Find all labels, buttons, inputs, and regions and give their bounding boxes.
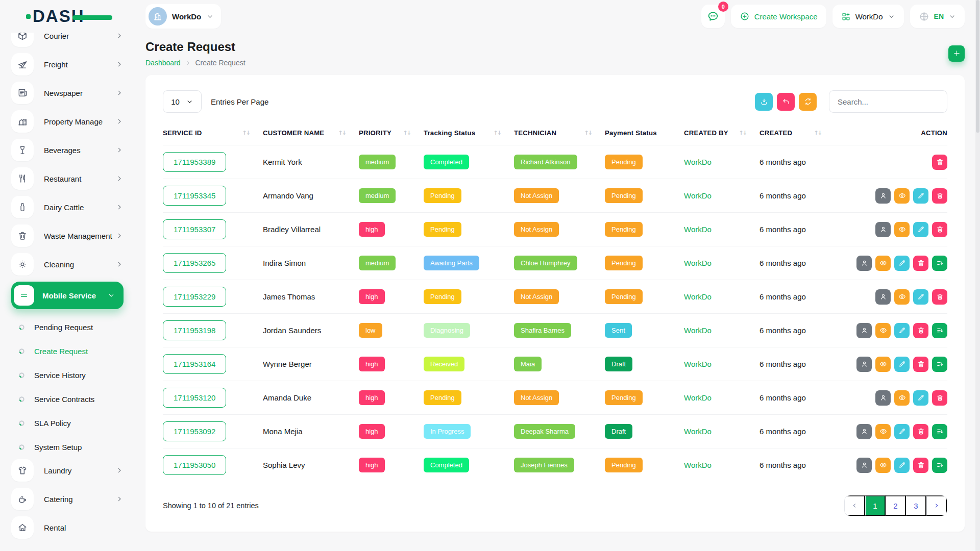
delete-button[interactable] (913, 256, 928, 271)
view-button[interactable] (875, 458, 891, 473)
sidebar-subitem-service-contracts[interactable]: Service Contracts (11, 387, 124, 411)
sidebar-item-property-manage[interactable]: Property Manage (11, 110, 124, 133)
chat-button[interactable]: 0 (701, 5, 725, 28)
app-switcher-button[interactable]: WorkDo (832, 5, 904, 28)
log-button[interactable] (932, 256, 947, 271)
sidebar-item-restaurant[interactable]: Restaurant (11, 167, 124, 190)
service-id-chip[interactable]: 1711953092 (163, 421, 226, 441)
delete-button[interactable] (913, 424, 928, 439)
service-id-chip[interactable]: 1711953050 (163, 455, 226, 475)
service-id-chip[interactable]: 1711953389 (163, 152, 226, 172)
sort-arrows-icon[interactable]: ↑↓ (403, 130, 410, 136)
edit-button[interactable] (894, 256, 910, 271)
assign-button[interactable] (875, 289, 891, 305)
language-button[interactable]: EN (910, 5, 965, 28)
sort-arrows-icon[interactable]: ↑↓ (814, 130, 821, 136)
edit-button[interactable] (894, 323, 910, 338)
pagination-page-2[interactable]: 2 (886, 495, 906, 516)
column-header-created-by[interactable]: CREATED BY↑↓ (684, 129, 760, 137)
sidebar-item-laundry[interactable]: Laundry (11, 459, 124, 482)
log-button[interactable] (932, 323, 947, 338)
delete-button[interactable] (932, 289, 947, 305)
add-request-button[interactable] (948, 45, 965, 62)
sidebar-item-beverages[interactable]: Beverages (11, 139, 124, 161)
column-header-priority[interactable]: PRIORITY↑↓ (359, 129, 424, 137)
log-button[interactable] (932, 357, 947, 372)
search-input[interactable] (829, 90, 947, 113)
service-id-chip[interactable]: 1711953120 (163, 388, 226, 408)
sort-arrows-icon[interactable]: ↑↓ (242, 130, 250, 136)
sort-arrows-icon[interactable]: ↑↓ (338, 130, 346, 136)
sidebar-item-catering[interactable]: Catering (11, 488, 124, 510)
edit-button[interactable] (913, 222, 928, 237)
assign-button[interactable] (856, 323, 872, 338)
assign-button[interactable] (856, 424, 872, 439)
delete-button[interactable] (913, 357, 928, 372)
edit-button[interactable] (894, 424, 910, 439)
delete-button[interactable] (932, 390, 947, 406)
column-header-technician[interactable]: TECHNICIAN↑↓ (514, 129, 605, 137)
assign-button[interactable] (875, 188, 891, 204)
delete-button[interactable] (932, 222, 947, 237)
scrollbar-thumb[interactable] (976, 0, 979, 133)
pagination-page-3[interactable]: 3 (906, 495, 926, 516)
workspace-chip[interactable]: WorkDo (145, 4, 221, 29)
sidebar-subitem-service-history[interactable]: Service History (11, 363, 124, 387)
sidebar-item-cleaning[interactable]: Cleaning (11, 253, 124, 276)
sort-arrows-icon[interactable]: ↑↓ (739, 130, 746, 136)
dash-logo[interactable]: DASH (33, 7, 85, 26)
refresh-button[interactable] (799, 93, 817, 111)
sidebar-item-waste-management[interactable]: Waste Management (11, 224, 124, 247)
column-header-service-id[interactable]: SERVICE ID↑↓ (163, 129, 263, 137)
service-id-chip[interactable]: 1711953229 (163, 287, 226, 307)
column-header-tracking-status[interactable]: Tracking Status↑↓ (424, 129, 514, 137)
sidebar-item-newspaper[interactable]: Newspaper (11, 82, 124, 104)
pagination-page-1[interactable]: 1 (865, 495, 886, 516)
view-button[interactable] (894, 188, 910, 204)
delete-button[interactable] (913, 323, 928, 338)
assign-button[interactable] (875, 390, 891, 406)
sort-arrows-icon[interactable]: ↑↓ (494, 130, 501, 136)
edit-button[interactable] (894, 458, 910, 473)
column-header-created[interactable]: CREATED↑↓ (760, 129, 835, 137)
view-button[interactable] (875, 256, 891, 271)
edit-button[interactable] (913, 188, 928, 204)
breadcrumb-dashboard-link[interactable]: Dashboard (145, 59, 181, 67)
edit-button[interactable] (894, 357, 910, 372)
log-button[interactable] (932, 424, 947, 439)
service-id-chip[interactable]: 1711953198 (163, 320, 226, 340)
edit-button[interactable] (913, 390, 928, 406)
sidebar-subitem-create-request[interactable]: Create Request (11, 339, 124, 363)
sidebar-item-rental[interactable]: Rental (11, 516, 124, 539)
service-id-chip[interactable]: 1711953164 (163, 354, 226, 374)
view-button[interactable] (875, 357, 891, 372)
delete-button[interactable] (932, 155, 947, 170)
assign-button[interactable] (856, 357, 872, 372)
assign-button[interactable] (875, 222, 891, 237)
sidebar-item-dairy-cattle[interactable]: Dairy Cattle (11, 196, 124, 218)
sidebar-item-mobile-service[interactable]: Mobile Service (11, 282, 124, 309)
column-header-customer-name[interactable]: CUSTOMER NAME↑↓ (263, 129, 359, 137)
create-workspace-button[interactable]: Create Workspace (731, 5, 826, 28)
service-id-chip[interactable]: 1711953345 (163, 186, 226, 206)
service-id-chip[interactable]: 1711953307 (163, 219, 226, 239)
view-button[interactable] (894, 222, 910, 237)
sort-arrows-icon[interactable]: ↑↓ (584, 130, 592, 136)
sidebar-subitem-sla-policy[interactable]: SLA Policy (11, 411, 124, 435)
entries-per-page-select[interactable]: 10 (163, 90, 202, 113)
undo-button[interactable] (777, 93, 795, 111)
service-id-chip[interactable]: 1711953265 (163, 253, 226, 273)
log-button[interactable] (932, 458, 947, 473)
download-button[interactable] (755, 93, 773, 111)
assign-button[interactable] (856, 256, 872, 271)
pagination-next-button[interactable] (926, 495, 947, 516)
view-button[interactable] (894, 289, 910, 305)
view-button[interactable] (894, 390, 910, 406)
sidebar-item-freight[interactable]: Freight (11, 53, 124, 76)
delete-button[interactable] (913, 458, 928, 473)
view-button[interactable] (875, 323, 891, 338)
view-button[interactable] (875, 424, 891, 439)
assign-button[interactable] (856, 458, 872, 473)
scrollbar[interactable] (975, 0, 980, 551)
pagination-prev-button[interactable] (845, 495, 865, 516)
